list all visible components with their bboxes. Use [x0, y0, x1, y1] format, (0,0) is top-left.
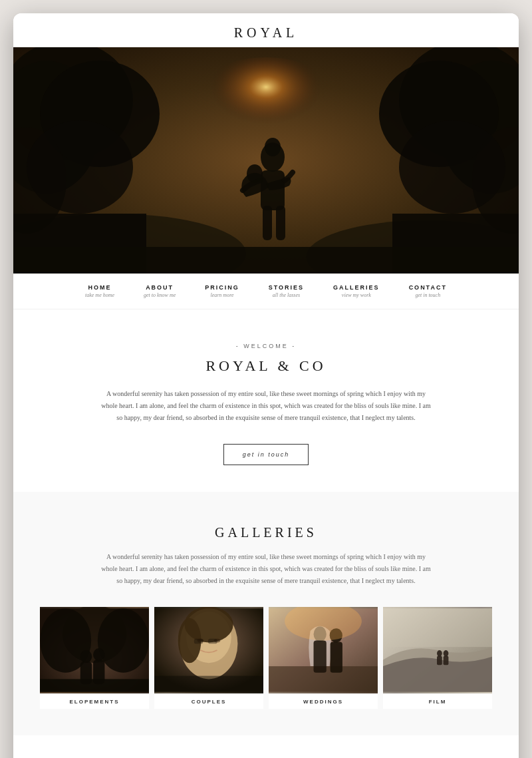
film-svg — [383, 607, 492, 693]
galleries-title: GALLERIES — [40, 525, 492, 540]
galleries-body: A wonderful serenity has taken possessio… — [100, 551, 432, 587]
gallery-item-couples[interactable]: COUPLES — [154, 607, 263, 709]
site-logo[interactable]: ROYAL — [13, 25, 519, 41]
films-section: FILMS — [13, 735, 519, 758]
svg-rect-51 — [437, 656, 442, 665]
gallery-grid: ELOPEMENTS — [40, 607, 492, 709]
nav-bar: HOME take me home ABOUT get to know me P… — [13, 274, 519, 309]
gallery-label-elopements: ELOPEMENTS — [40, 693, 149, 709]
nav-label-contact: CONTACT — [409, 284, 447, 291]
welcome-body: A wonderful serenity has taken possessio… — [100, 388, 432, 424]
svg-rect-39 — [194, 639, 203, 644]
nav-sub-stories: all the lasses — [273, 292, 300, 298]
nav-label-galleries: GALLERIES — [333, 284, 380, 291]
nav-sub-contact: get in touch — [415, 292, 440, 298]
svg-point-50 — [437, 650, 442, 657]
nav-sub-about: get to know me — [144, 292, 176, 298]
svg-rect-16 — [13, 247, 519, 274]
svg-point-52 — [444, 650, 449, 657]
gallery-label-weddings: WEDDINGS — [269, 693, 378, 709]
svg-point-29 — [93, 648, 104, 661]
nav-label-about: ABOUT — [146, 284, 174, 291]
site-header: ROYAL — [13, 13, 519, 47]
nav-item-contact[interactable]: CONTACT get in touch — [394, 284, 462, 298]
cta-button[interactable]: get in touch — [223, 444, 309, 465]
gallery-item-weddings[interactable]: WEDDINGS — [269, 607, 378, 709]
nav-sub-galleries: view my work — [342, 292, 371, 298]
gallery-item-elopements[interactable]: ELOPEMENTS — [40, 607, 149, 709]
svg-point-21 — [265, 138, 281, 156]
svg-rect-47 — [331, 642, 342, 672]
couples-svg — [154, 607, 263, 693]
nav-sub-pricing: learn more — [210, 292, 233, 298]
nav-item-about[interactable]: ABOUT get to know me — [129, 284, 190, 298]
svg-rect-45 — [314, 641, 327, 673]
nav-sub-home: take me home — [85, 292, 114, 298]
gallery-thumb-weddings — [269, 607, 378, 693]
svg-rect-19 — [263, 206, 272, 240]
hero-image — [13, 47, 519, 274]
weddings-svg — [269, 607, 378, 693]
svg-point-26 — [98, 608, 149, 672]
gallery-label-couples: COUPLES — [154, 693, 263, 709]
nav-label-pricing: PRICING — [205, 284, 239, 291]
svg-rect-20 — [276, 206, 285, 240]
svg-rect-41 — [154, 676, 263, 692]
gallery-item-film[interactable]: FILM — [383, 607, 492, 709]
gallery-thumb-elopements — [40, 607, 149, 693]
welcome-title: ROYAL & CO — [80, 357, 452, 375]
nav-label-home: HOME — [88, 284, 112, 291]
svg-point-14 — [399, 120, 505, 214]
hero-scene-svg — [13, 47, 519, 274]
welcome-tag: - WELCOME - — [80, 343, 452, 349]
welcome-section: - WELCOME - ROYAL & CO A wonderful seren… — [13, 309, 519, 492]
svg-point-27 — [80, 650, 92, 663]
svg-rect-18 — [261, 170, 285, 210]
svg-rect-54 — [383, 608, 492, 647]
nav-item-galleries[interactable]: GALLERIES view my work — [319, 284, 394, 298]
svg-rect-40 — [208, 639, 217, 644]
nav-item-stories[interactable]: STORIES all the lasses — [254, 284, 319, 298]
gallery-thumb-couples — [154, 607, 263, 693]
nav-item-home[interactable]: HOME take me home — [70, 284, 129, 298]
gallery-label-film: FILM — [383, 693, 492, 709]
device-frame: ROYAL — [13, 13, 519, 758]
svg-rect-31 — [40, 679, 149, 691]
gallery-thumb-film — [383, 607, 492, 693]
nav-label-stories: STORIES — [269, 284, 304, 291]
nav-item-pricing[interactable]: PRICING learn more — [190, 284, 254, 298]
galleries-section: GALLERIES A wonderful serenity has taken… — [13, 492, 519, 735]
svg-rect-53 — [444, 656, 449, 665]
elopements-svg — [40, 607, 149, 693]
svg-point-8 — [27, 120, 133, 214]
